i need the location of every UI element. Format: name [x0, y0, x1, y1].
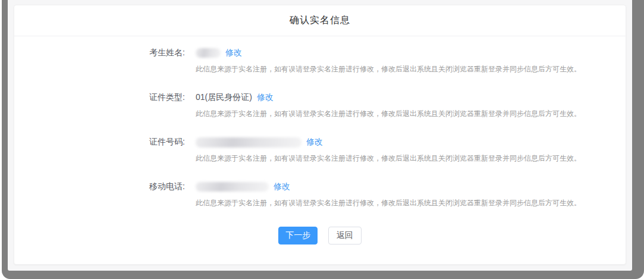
card-body: 考生姓名: 修改 此信息来源于实名注册，如有误请登录实名注册进行修改，修改后退出… [14, 47, 626, 244]
row-main: 证件号码: 修改 [149, 136, 626, 148]
field-help-text: 此信息来源于实名注册，如有误请登录实名注册进行修改，修改后退出系统且关闭浏览器重… [196, 153, 626, 164]
field-label-mobile-phone: 移动电话: [149, 181, 196, 192]
field-label-candidate-name: 考生姓名: [149, 48, 196, 58]
row-main: 考生姓名: 修改 [149, 47, 626, 59]
action-buttons: 下一步 返回 [14, 227, 626, 244]
modify-id-number-link[interactable]: 修改 [306, 137, 323, 148]
redacted-mobile-phone-value [196, 182, 269, 192]
redacted-candidate-name-value [196, 48, 221, 58]
page-title: 确认实名信息 [290, 14, 350, 27]
field-help-text: 此信息来源于实名注册，如有误请登录实名注册进行修改，修改后退出系统且关闭浏览器重… [196, 64, 626, 74]
confirm-identity-card: 确认实名信息 考生姓名: 修改 此信息来源于实名注册，如有误请登录实名注册进行修… [14, 5, 626, 265]
redacted-id-number-value [196, 137, 301, 148]
page-background: 确认实名信息 考生姓名: 修改 此信息来源于实名注册，如有误请登录实名注册进行修… [8, 0, 632, 271]
id-type-value: 01(居民身份证) [196, 92, 252, 103]
form-row-id-number: 证件号码: 修改 此信息来源于实名注册，如有误请登录实名注册进行修改，修改后退出… [149, 136, 626, 164]
row-main: 证件类型: 01(居民身份证) 修改 [149, 92, 626, 104]
field-label-id-number: 证件号码: [149, 137, 196, 148]
modify-candidate-name-link[interactable]: 修改 [225, 48, 242, 58]
row-main: 移动电话: 修改 [149, 181, 626, 193]
form-row-id-type: 证件类型: 01(居民身份证) 修改 此信息来源于实名注册，如有误请登录实名注册… [149, 92, 626, 119]
modify-id-type-link[interactable]: 修改 [257, 92, 274, 103]
field-help-text: 此信息来源于实名注册，如有误请登录实名注册进行修改，修改后退出系统且关闭浏览器重… [196, 198, 626, 208]
back-button[interactable]: 返回 [328, 227, 362, 244]
modify-mobile-phone-link[interactable]: 修改 [274, 181, 290, 192]
field-help-text: 此信息来源于实名注册，如有误请登录实名注册进行修改，修改后退出系统且关闭浏览器重… [196, 109, 626, 119]
form-row-mobile-phone: 移动电话: 修改 此信息来源于实名注册，如有误请登录实名注册进行修改，修改后退出… [149, 181, 626, 208]
card-header: 确认实名信息 [14, 5, 626, 36]
next-step-button[interactable]: 下一步 [278, 227, 318, 244]
field-label-id-type: 证件类型: [149, 92, 196, 103]
form-row-candidate-name: 考生姓名: 修改 此信息来源于实名注册，如有误请登录实名注册进行修改，修改后退出… [149, 47, 626, 74]
screenshot-stage: 确认实名信息 考生姓名: 修改 此信息来源于实名注册，如有误请登录实名注册进行修… [0, 0, 644, 279]
